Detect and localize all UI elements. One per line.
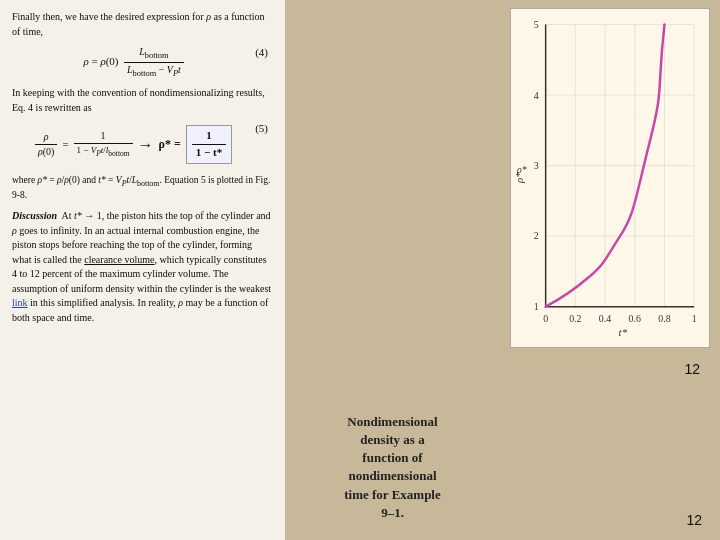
eq5-num2: 1 [74,129,133,145]
rhostar-label: ρ* = [159,136,181,153]
eq5-den3: 1 − t* [192,145,226,161]
page-number: 12 [684,361,700,377]
caption-line4: nondimensional [300,467,485,485]
clearance-volume-text: clearance volume [84,254,154,265]
svg-text:5: 5 [534,20,539,31]
equation5: (5) ρ ρ(0) = 1 1 − VPt/lbottom → ρ* = [12,121,273,168]
svg-text:t*: t* [619,326,628,338]
left-panel: Finally then, we have the desired expres… [0,0,285,540]
eq5-eq1: = [62,137,68,153]
eq5-frac2: 1 1 − VPt/lbottom [74,129,133,160]
caption-line5: time for Example [300,486,485,504]
svg-text:0: 0 [543,313,548,324]
right-bottom: 12 [500,353,720,377]
caption-line1: Nondimensional [300,413,485,431]
svg-text:4: 4 [534,90,539,101]
svg-text:1: 1 [534,301,539,312]
svg-text:ρ*: ρ* [516,164,527,175]
eq5-den2: 1 − VPt/lbottom [74,144,133,160]
discussion-label: Discussion [12,210,57,221]
caption-box: Nondimensional density as a function of … [300,413,485,522]
paragraph2: In keeping with the convention of nondim… [12,86,273,115]
svg-text:2: 2 [534,230,539,241]
svg-text:1: 1 [692,313,697,324]
eq4-fraction: Lbottom Lbottom − VPt [124,45,184,80]
rhostar-box: 1 1 − t* [186,125,232,164]
discussion-paragraph: Discussion At t* → 1, the piston hits th… [12,209,273,325]
svg-text:0.2: 0.2 [569,313,581,324]
eq5-num3: 1 [192,128,226,145]
link-text: link [12,297,28,308]
svg-text:0.4: 0.4 [599,313,611,324]
svg-text:3: 3 [534,160,539,171]
right-panel: 1 2 3 4 5 ρ* 0 0.2 0.4 0.6 0.8 1 [500,0,720,540]
middle-panel: Nondimensional density as a function of … [285,0,500,540]
paragraph1: Finally then, we have the desired expres… [12,10,273,39]
page-number-abs: 12 [686,512,702,528]
equation4: (4) ρ = ρ(0) Lbottom Lbottom − VPt [12,45,273,80]
svg-text:0.8: 0.8 [658,313,670,324]
eq4-denominator: Lbottom − VPt [124,63,184,80]
caption-line2: density as a [300,431,485,449]
chart-area: 1 2 3 4 5 ρ* 0 0.2 0.4 0.6 0.8 1 [510,8,710,348]
content-area: Finally then, we have the desired expres… [0,0,720,540]
arrow-symbol: → [138,133,154,156]
eq4-number: (4) [255,45,268,61]
eq5-frac3: 1 1 − t* [192,128,226,161]
eq4-numerator: Lbottom [124,45,184,63]
paragraph3: where ρ* = ρ/ρ(0) and t* = VPt/Lbottom. … [12,174,273,203]
chart-svg: 1 2 3 4 5 ρ* 0 0.2 0.4 0.6 0.8 1 [511,9,709,347]
svg-rect-0 [511,10,709,347]
main-container: Finally then, we have the desired expres… [0,0,720,540]
eq5-frac1: ρ ρ(0) [35,130,57,160]
eq5-den1: ρ(0) [35,145,57,160]
caption-line3: function of [300,449,485,467]
eq5-num1: ρ [35,130,57,146]
eq5-number: (5) [255,121,268,137]
svg-text:0.6: 0.6 [629,313,641,324]
caption-line6: 9–1. [300,504,485,522]
